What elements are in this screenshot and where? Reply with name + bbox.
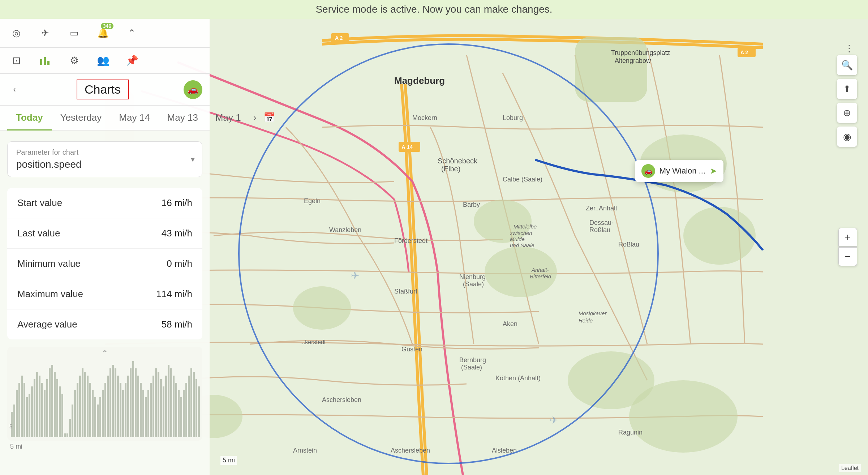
- svg-text:Zer..Anhalt: Zer..Anhalt: [586, 205, 617, 212]
- vehicle-popup[interactable]: 🚗 My Wialon ... ➤: [635, 160, 723, 182]
- tabs-bar: Today Yesterday May 14 May 13 May 1 › 📅: [0, 106, 210, 130]
- svg-rect-103: [109, 368, 111, 437]
- tab-may1[interactable]: May 1: [207, 106, 250, 130]
- capture-button[interactable]: ⊕: [837, 103, 857, 123]
- svg-rect-84: [61, 394, 63, 437]
- stat-label-avg: Average value: [17, 319, 77, 330]
- vehicle-popup-icon: 🚗: [641, 164, 655, 178]
- tab-today[interactable]: Today: [7, 106, 52, 130]
- svg-rect-62: [44, 57, 46, 65]
- svg-rect-119: [150, 383, 152, 437]
- route-button[interactable]: ⊡: [7, 52, 25, 70]
- location-nav-button[interactable]: ◎: [7, 24, 25, 42]
- svg-text:Aschersleben: Aschersleben: [391, 447, 430, 454]
- tab-yesterday[interactable]: Yesterday: [52, 106, 111, 130]
- svg-rect-105: [115, 368, 116, 437]
- tabs-more-button[interactable]: ›: [250, 106, 260, 130]
- svg-rect-125: [165, 376, 167, 437]
- svg-rect-65: [13, 405, 15, 437]
- svg-rect-122: [158, 372, 159, 437]
- svg-text:Güsten: Güsten: [401, 346, 422, 353]
- svg-rect-90: [77, 383, 78, 437]
- pin-button[interactable]: 📌: [123, 52, 141, 70]
- svg-rect-82: [56, 379, 58, 437]
- svg-text:Barby: Barby: [463, 201, 480, 208]
- charts-panel: Parameter for chart position.speed ▾ Sta…: [0, 130, 210, 475]
- svg-rect-106: [117, 376, 119, 437]
- stats-table: Start value 16 mi/h Last value 43 mi/h M…: [7, 188, 202, 339]
- tracks-button[interactable]: ✈: [36, 24, 54, 42]
- svg-text:Calbe (Saale): Calbe (Saale): [503, 176, 542, 183]
- svg-rect-86: [66, 433, 68, 437]
- notifications-button[interactable]: 🔔 346: [94, 24, 112, 42]
- svg-rect-101: [104, 383, 106, 437]
- sidebar: ◎ ✈ ▭ 🔔 346 ⌃ ⊡ ⚙ 👥 📌 ‹ Charts 🚗 Today Y…: [0, 19, 210, 475]
- users-button[interactable]: 👥: [94, 52, 112, 70]
- svg-text:Staßfurt: Staßfurt: [394, 288, 417, 295]
- svg-text:Mosigkauer: Mosigkauer: [579, 310, 607, 316]
- svg-rect-130: [178, 390, 180, 437]
- svg-rect-118: [147, 390, 149, 437]
- collapse-button[interactable]: ⌃: [123, 24, 141, 42]
- svg-text:Dessau-: Dessau-: [589, 219, 614, 226]
- tab-may13[interactable]: May 13: [159, 106, 207, 130]
- scale-unit-label: 5 mi: [7, 443, 202, 450]
- svg-rect-69: [23, 383, 25, 437]
- stat-value-start: 16 mi/h: [162, 197, 192, 209]
- back-button[interactable]: ‹: [7, 82, 22, 97]
- svg-rect-128: [173, 376, 175, 437]
- svg-rect-81: [54, 372, 56, 437]
- svg-rect-134: [188, 376, 190, 437]
- zoom-in-button[interactable]: +: [838, 228, 857, 247]
- vehicle-selector-button[interactable]: 🚗: [184, 80, 202, 99]
- svg-text:Loburg: Loburg: [503, 114, 523, 121]
- stat-label-start: Start value: [17, 197, 62, 209]
- zoom-out-button[interactable]: −: [838, 247, 857, 266]
- svg-rect-99: [99, 397, 101, 437]
- chart-collapse-icon[interactable]: ⌃: [102, 349, 108, 358]
- svg-rect-104: [112, 365, 114, 437]
- reports-button[interactable]: ▭: [65, 24, 83, 42]
- charts-header: ‹ Charts 🚗: [0, 74, 210, 106]
- svg-rect-109: [125, 383, 126, 437]
- svg-rect-89: [74, 390, 76, 437]
- parameter-value: position.speed: [16, 159, 193, 170]
- svg-rect-111: [130, 368, 132, 437]
- svg-rect-79: [49, 368, 51, 437]
- calendar-button[interactable]: 📅: [260, 108, 279, 127]
- stat-value-min: 0 mi/h: [167, 258, 192, 269]
- svg-text:Magdeburg: Magdeburg: [394, 75, 445, 86]
- navigate-button[interactable]: ⬆: [837, 79, 857, 99]
- svg-rect-132: [183, 390, 185, 437]
- svg-rect-102: [107, 376, 109, 437]
- tab-may14[interactable]: May 14: [110, 106, 158, 130]
- svg-rect-108: [122, 390, 124, 437]
- svg-text:Anhalt-: Anhalt-: [531, 267, 549, 273]
- svg-rect-113: [135, 368, 137, 437]
- svg-rect-124: [163, 386, 164, 437]
- svg-text:✈: ✈: [550, 415, 558, 426]
- svg-rect-117: [145, 397, 147, 437]
- svg-rect-68: [21, 376, 23, 437]
- svg-text:Aken: Aken: [503, 320, 517, 328]
- svg-rect-127: [170, 368, 172, 437]
- charts-nav-button[interactable]: [36, 52, 54, 70]
- search-map-button[interactable]: 🔍: [837, 55, 857, 75]
- more-options-button[interactable]: ⋮: [841, 40, 857, 56]
- svg-text:Egeln: Egeln: [304, 197, 321, 205]
- svg-rect-95: [89, 383, 91, 437]
- svg-text:Roßlau: Roßlau: [589, 226, 610, 234]
- svg-rect-75: [39, 376, 40, 437]
- svg-text:Heide: Heide: [579, 317, 593, 324]
- center-button[interactable]: ◉: [837, 127, 857, 147]
- svg-text:Köthen (Anhalt): Köthen (Anhalt): [495, 375, 541, 382]
- svg-text:(Saale): (Saale): [463, 281, 484, 288]
- leaflet-attribution: Leaflet: [839, 464, 861, 472]
- zoom-controls: + −: [838, 228, 857, 266]
- svg-rect-72: [31, 386, 33, 437]
- sensors-button[interactable]: ⚙: [65, 52, 83, 70]
- top-icon-bar: ◎ ✈ ▭ 🔔 346 ⌃: [0, 19, 210, 48]
- svg-text:Mockern: Mockern: [412, 114, 437, 121]
- svg-rect-100: [102, 390, 104, 437]
- parameter-selector[interactable]: Parameter for chart position.speed ▾: [7, 141, 202, 177]
